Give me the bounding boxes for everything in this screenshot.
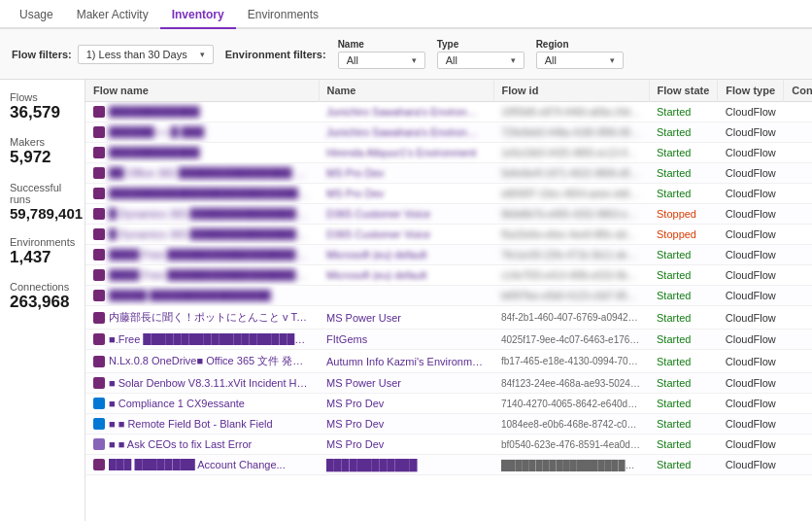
flow-filter-label: Flow filters: <box>12 49 72 60</box>
connections-cell: 2 <box>784 330 812 350</box>
tab-inventory[interactable]: Inventory <box>160 2 236 29</box>
flow-id-cell: c14e7f33-e414-46fb-e010-0b25a01da55e <box>493 265 649 286</box>
environment-name-cell[interactable]: D365 Customer Voice <box>319 204 493 225</box>
environment-name-cell[interactable]: MS Pro Dev <box>319 184 493 204</box>
flow-type-icon <box>93 126 105 138</box>
flow-type-icon <box>93 312 105 324</box>
flow-type-icon <box>93 356 105 367</box>
flow-type-cell: CloudFlow <box>718 102 784 122</box>
flow-name-cell[interactable]: ████████████ <box>85 102 319 122</box>
env-filter-label-group: Environment filters: <box>225 49 326 60</box>
environment-name-cell[interactable]: Microsoft (eu) default <box>319 245 493 265</box>
stat-flows-value: 36,579 <box>10 103 75 122</box>
col-name[interactable]: Name <box>319 80 493 102</box>
flow-state-cell: Started <box>649 330 718 350</box>
environment-name-cell[interactable]: FItGems <box>319 330 493 350</box>
stat-connections: Connections 263,968 <box>10 281 75 312</box>
flow-name-cell[interactable]: █ Dynamics 365 ████████████████████ 2 <box>85 204 319 224</box>
flow-name-cell[interactable]: ■ Solar Denbow V8.3.11.xVit Incident Hou… <box>85 373 319 393</box>
stat-runs-value: 59,789,401 <box>10 205 75 223</box>
col-flow-type[interactable]: Flow type <box>718 80 784 102</box>
env-filter-label: Environment filters: <box>225 49 326 60</box>
flow-name-cell[interactable]: ■.Free ████████████████████████████ <box>85 330 319 349</box>
col-connections[interactable]: Connections ↑ <box>784 80 812 102</box>
flow-type-cell: CloudFlow <box>718 414 784 434</box>
flow-filter-select[interactable]: 1) Less than 30 Days ▾ <box>78 45 214 64</box>
flow-name-cell[interactable]: ■ ■ Ask CEOs to fix Last Error <box>85 434 319 454</box>
stat-makers-value: 5,972 <box>10 148 75 167</box>
environment-name-cell[interactable]: MS Pro Dev <box>319 434 493 455</box>
flow-name-cell[interactable]: ████ Free ██████████████████████████ <box>85 265 319 285</box>
environment-name-cell[interactable]: MS Pro Dev <box>319 163 493 184</box>
flow-name-cell[interactable]: ███████████████████████████ <box>85 184 319 203</box>
flow-state-cell: Started <box>649 102 718 122</box>
environment-name-cell[interactable]: MS Pro Dev <box>319 414 493 434</box>
environment-name-cell[interactable]: MS Pro Dev <box>319 394 493 414</box>
chevron-down-icon: ▾ <box>610 55 615 65</box>
flow-name-cell[interactable]: N.Lx.0.8 OneDrive■ Office 365 文件 発見 発见 发… <box>85 350 319 372</box>
sidebar: Flows 36,579 Makers 5,972 Successful run… <box>0 80 85 521</box>
flow-id-cell: f5a32e6e-e6ec-4ee9-8f0c-dd7f77ce4bb2 <box>493 225 649 245</box>
environment-name-cell[interactable]: Microsoft (eu) default <box>319 265 493 286</box>
flow-id-cell: 7140-4270-4065-8642-e640d6751100 <box>493 394 649 414</box>
flow-name-cell[interactable]: ███ ████████ Account Change... <box>85 455 319 474</box>
table-row: ■ ■ Remote Field Bot - Blank FieldMS Pro… <box>85 414 812 434</box>
col-flow-id[interactable]: Flow id <box>493 80 649 102</box>
connections-cell: 2 <box>784 306 812 330</box>
flow-type-cell: CloudFlow <box>718 350 784 373</box>
flow-state-cell: Started <box>649 455 718 475</box>
flow-type-cell: CloudFlow <box>718 394 784 414</box>
connections-cell: 2 <box>784 350 812 373</box>
flow-name-cell[interactable]: ████████████ <box>85 143 319 162</box>
type-filter-select[interactable]: All ▾ <box>437 52 524 69</box>
col-flow-name[interactable]: Flow name <box>85 80 319 102</box>
flow-id-cell: 1e5e19d3-4425-4855-ec13-9339f6217e22 <box>493 143 649 163</box>
tab-usage[interactable]: Usage <box>8 2 65 29</box>
flow-id-cell: b6f97fee-e5b0-4123-c0d7-85d6b1ec20b5 <box>493 286 649 306</box>
table-row: ██████ ▪ ▪ █ ███Junichiro Sawahara's Env… <box>85 122 812 143</box>
flow-name-cell[interactable]: █████ ████████████████ <box>85 286 319 305</box>
flow-state-cell: Started <box>649 373 718 394</box>
flow-state-cell: Started <box>649 245 718 265</box>
flow-name-cell[interactable]: ■ ■ Remote Field Bot - Blank Field <box>85 414 319 434</box>
flow-name-cell[interactable]: ██████ ▪ ▪ █ ███ <box>85 122 319 142</box>
connections-cell: 0 <box>784 102 812 122</box>
environment-name-cell[interactable]: Junichiro Sawahara's Environment <box>319 102 493 122</box>
flow-type-icon <box>93 398 105 409</box>
environment-name-cell[interactable]: D365 Customer Voice <box>319 225 493 245</box>
flow-type-icon <box>93 167 105 179</box>
connections-cell: 3 <box>784 414 812 434</box>
table-area[interactable]: Flow name Name Flow id Flow state Flow t… <box>85 80 812 521</box>
flow-name-cell[interactable]: █ Dynamics 365 ██████████████████ <box>85 225 319 244</box>
environment-name-cell[interactable]: Hirenda Atlquur1's Environment <box>319 143 493 163</box>
flow-type-icon <box>93 106 105 118</box>
flow-state-cell: Stopped <box>649 225 718 245</box>
flow-name-cell[interactable]: ██ Office 365 ███████████████ OneDrive f… <box>85 163 319 183</box>
region-filter-select[interactable]: All ▾ <box>536 52 624 69</box>
environment-name-cell[interactable] <box>319 286 493 306</box>
flow-name-cell[interactable]: 内藤部長に聞く！ポットにとんこと v To Do 友達がどう を.VIP <box>85 306 319 329</box>
flow-type-cell: CloudFlow <box>718 373 784 394</box>
flow-name-cell[interactable]: ████ Free █████████████████████████ <box>85 245 319 264</box>
region-filter-label: Region <box>536 39 624 50</box>
table-row: ████████████Hirenda Atlquur1's Environme… <box>85 143 812 163</box>
environment-name-cell[interactable]: MS Power User <box>319 373 493 394</box>
environment-name-cell[interactable]: ████████████ <box>319 455 493 475</box>
flow-state-cell: Started <box>649 184 718 204</box>
region-filter-group: Region All ▾ <box>536 39 624 69</box>
flow-type-icon <box>93 249 105 260</box>
flow-name-cell[interactable]: ■ Compliance 1 CX9essante <box>85 394 319 413</box>
connections-cell: 1 <box>784 143 812 163</box>
table-row: ████ Free ██████████████████████████Micr… <box>85 265 812 286</box>
connections-cell: 2 <box>784 225 812 245</box>
flow-id-cell: 4025f17-9ee-4c07-6463-e176a296b90c <box>493 330 649 350</box>
tab-environments[interactable]: Environments <box>236 2 330 29</box>
table-row: █ Dynamics 365 ██████████████████D365 Cu… <box>85 225 812 245</box>
environment-name-cell[interactable]: MS Power User <box>319 306 493 330</box>
environment-name-cell[interactable]: Junichiro Sawahara's Environment <box>319 122 493 143</box>
name-filter-select[interactable]: All ▾ <box>338 52 425 69</box>
tab-maker-activity[interactable]: Maker Activity <box>65 2 160 29</box>
environment-name-cell[interactable]: Autumn Info Kazmi's Environment <box>319 350 493 373</box>
col-flow-state[interactable]: Flow state <box>649 80 718 102</box>
flow-type-cell: CloudFlow <box>718 225 784 245</box>
